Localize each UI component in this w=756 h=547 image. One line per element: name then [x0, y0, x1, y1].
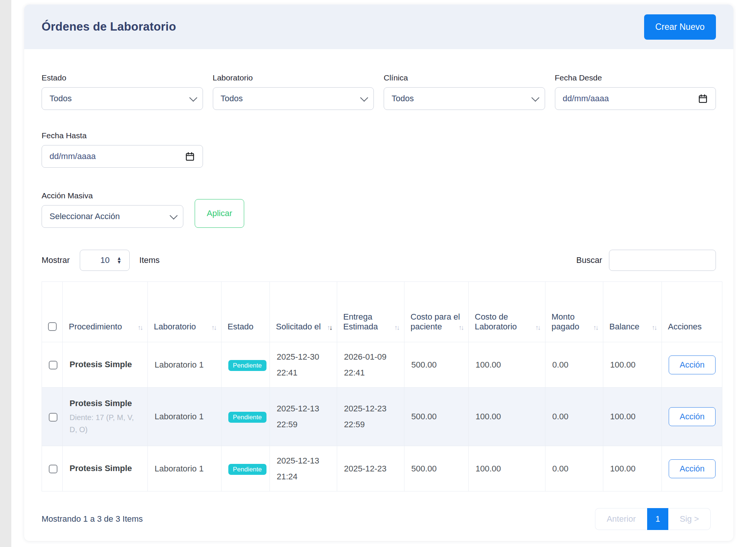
status-cell: Pendiente	[222, 446, 270, 491]
column-header-entrega-estimada[interactable]: Entrega Estimada ↑↓	[337, 282, 404, 342]
chevron-down-icon	[170, 212, 178, 219]
chevron-down-icon	[531, 94, 539, 102]
lab-cost-cell: 100.00	[469, 446, 545, 491]
page-size-input[interactable]: 10 ▲▼	[80, 250, 130, 271]
paid-cell: 0.00	[545, 388, 603, 446]
column-header-costo-laboratorio[interactable]: Costo de Laboratorio ↑↓	[469, 282, 545, 342]
delivery-cell: 2025-12-23	[337, 446, 404, 491]
pagination-previous-button[interactable]: Anterior	[595, 508, 647, 530]
fecha-hasta-input[interactable]: dd/mm/aaaa	[42, 145, 203, 168]
sort-icon-active-desc: ↑↓	[327, 324, 332, 332]
requested-date: 2025-12-13	[277, 401, 330, 417]
filter-clinica: Clínica Todos	[384, 73, 545, 110]
paid-cell: 0.00	[545, 342, 603, 388]
column-header-procedimiento[interactable]: Procedimiento ↑↓	[63, 282, 148, 342]
select-row-checkbox[interactable]	[49, 361, 57, 369]
delivery-date: 2025-12-23	[344, 461, 397, 477]
clinica-select[interactable]: Todos	[384, 87, 545, 110]
procedure-cell: Protesis Simple Diente: 17 (P, M, V, D, …	[63, 388, 148, 446]
row-select-cell	[42, 388, 63, 446]
patient-cost-cell: 500.00	[404, 388, 469, 446]
delivery-cell: 2026-01-0922:41	[337, 342, 404, 388]
column-header-costo-paciente[interactable]: Costo para el paciente ↑↓	[404, 282, 469, 342]
filter-fecha-hasta: Fecha Hasta dd/mm/aaaa	[42, 131, 203, 168]
requested-time: 21:24	[277, 469, 330, 485]
laboratorio-select[interactable]: Todos	[213, 87, 374, 110]
spinner-icon[interactable]: ▲▼	[117, 257, 122, 264]
requested-cell: 2025-12-1322:59	[270, 388, 337, 446]
status-cell: Pendiente	[222, 342, 270, 388]
filter-laboratorio: Laboratorio Todos	[213, 73, 374, 110]
balance-cell: 100.00	[603, 388, 662, 446]
calendar-icon[interactable]	[698, 94, 708, 104]
laboratory-cell: Laboratorio 1	[148, 388, 222, 446]
delivery-time: 22:41	[344, 365, 397, 381]
column-header-balance[interactable]: Balance ↑↓	[603, 282, 662, 342]
bulk-action-label: Acción Masiva	[42, 191, 183, 200]
column-label: Monto pagado	[552, 312, 579, 331]
select-row-checkbox[interactable]	[49, 465, 57, 473]
table-row: Protesis Simple Diente: 17 (P, M, V, D, …	[42, 388, 722, 446]
delivery-date: 2025-12-23	[344, 401, 397, 417]
laboratorio-select-value: Todos	[221, 94, 361, 104]
table-row: Protesis Simple Laboratorio 1 Pendiente …	[42, 446, 722, 491]
estado-label: Estado	[42, 73, 203, 82]
filter-fecha-desde: Fecha Desde dd/mm/aaaa	[555, 73, 716, 110]
orders-table: Procedimiento ↑↓ Laboratorio ↑↓ Estado S…	[42, 281, 722, 491]
requested-cell: 2025-12-3022:41	[270, 342, 337, 388]
clinica-label: Clínica	[384, 73, 545, 82]
card-header: Órdenes de Laboratorio Crear Nuevo	[24, 5, 733, 49]
column-header-acciones: Acciones	[662, 282, 722, 342]
lab-orders-card: Órdenes de Laboratorio Crear Nuevo Estad…	[24, 5, 733, 541]
requested-time: 22:41	[277, 365, 330, 381]
laboratory-cell: Laboratorio 1	[148, 446, 222, 491]
select-row-checkbox[interactable]	[49, 413, 57, 422]
row-action-button[interactable]: Acción	[669, 459, 716, 478]
sort-icon: ↑↓	[138, 324, 142, 332]
search-input[interactable]	[609, 250, 716, 271]
balance-cell: 100.00	[603, 446, 662, 491]
table-header-row: Procedimiento ↑↓ Laboratorio ↑↓ Estado S…	[42, 282, 722, 342]
requested-cell: 2025-12-1321:24	[270, 446, 337, 491]
delivery-date: 2026-01-09	[344, 349, 397, 365]
create-new-button[interactable]: Crear Nuevo	[644, 14, 716, 40]
bulk-action-group: Acción Masiva Seleccionar Acción	[42, 191, 183, 228]
requested-time: 22:59	[277, 417, 330, 433]
pagination-page-1-button[interactable]: 1	[647, 508, 668, 530]
page-size-value: 10	[94, 255, 117, 265]
results-summary: Mostrando 1 a 3 de 3 Items	[42, 514, 143, 524]
column-header-monto-pagado[interactable]: Monto pagado ↑↓	[545, 282, 603, 342]
pagination-next-button[interactable]: Sig >	[668, 508, 711, 530]
laboratory-cell: Laboratorio 1	[148, 342, 222, 388]
sort-icon: ↑↓	[459, 324, 463, 332]
bulk-action-select[interactable]: Seleccionar Acción	[42, 205, 183, 228]
sort-icon: ↑↓	[394, 324, 399, 332]
column-header-solicitado-el[interactable]: Solicitado el ↑↓	[270, 282, 337, 342]
fecha-hasta-label: Fecha Hasta	[42, 131, 203, 140]
fecha-desde-placeholder: dd/mm/aaaa	[563, 94, 698, 104]
calendar-icon[interactable]	[185, 151, 195, 162]
sort-icon: ↑↓	[652, 324, 656, 332]
column-label: Solicitado el	[276, 322, 321, 331]
column-header-laboratorio[interactable]: Laboratorio ↑↓	[148, 282, 222, 342]
sort-icon: ↑↓	[211, 324, 216, 332]
column-label: Acciones	[668, 322, 702, 331]
column-label: Costo para el paciente	[411, 312, 460, 331]
procedure-name: Protesis Simple	[70, 463, 141, 474]
procedure-cell: Protesis Simple	[63, 342, 148, 388]
row-action-button[interactable]: Acción	[669, 407, 716, 426]
patient-cost-cell: 500.00	[404, 342, 469, 388]
procedure-cell: Protesis Simple	[63, 446, 148, 491]
apply-button[interactable]: Aplicar	[195, 199, 244, 228]
estado-select[interactable]: Todos	[42, 87, 203, 110]
sort-icon: ↑↓	[593, 324, 598, 332]
actions-cell: Acción	[662, 446, 722, 491]
paid-cell: 0.00	[545, 446, 603, 491]
patient-cost-cell: 500.00	[404, 446, 469, 491]
status-badge: Pendiente	[228, 464, 266, 475]
fecha-desde-input[interactable]: dd/mm/aaaa	[555, 87, 716, 110]
select-all-checkbox[interactable]	[48, 322, 57, 331]
procedure-name: Protesis Simple	[70, 398, 141, 409]
requested-date: 2025-12-13	[277, 453, 330, 469]
row-action-button[interactable]: Acción	[669, 355, 716, 374]
